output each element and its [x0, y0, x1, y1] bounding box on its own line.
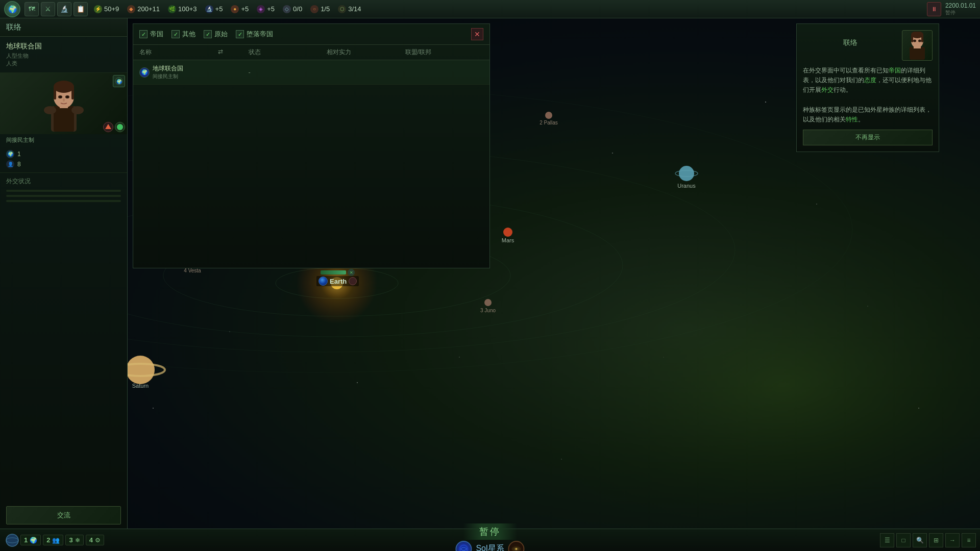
planet-view-icon[interactable]: [4, 532, 20, 548]
queue-item-3[interactable]: 3 ❄: [65, 535, 83, 545]
queue-icon-4: ⚙: [95, 537, 101, 544]
br-icon-2[interactable]: □: [896, 533, 911, 547]
filter-fallen-checkbox[interactable]: ✓: [236, 30, 244, 38]
pop-count-row: 👤 8: [6, 160, 121, 168]
bottom-right-icons: ☰ □ 🔍 ⊞ → ≡: [880, 533, 976, 547]
empire-flag-0: 🌍: [139, 67, 150, 78]
alloys-value: 0/0: [293, 5, 302, 13]
galaxy-map-icon[interactable]: [508, 541, 525, 552]
food-resource: 🌿 100+3: [168, 5, 197, 13]
queue-item-4[interactable]: 4 ⚙: [86, 535, 104, 545]
top-bar: 🌍 🗺 ⚔ 🔬 📋 ⚡ 50+9 ◆ 200+11 🌿 100+3 🔬 +5 ●…: [0, 0, 980, 18]
tech-resource: 🔬 +5: [205, 5, 223, 13]
no-show-button[interactable]: 不再显示: [803, 130, 933, 145]
earth-name-row[interactable]: Earth: [316, 276, 359, 286]
svg-text:2 Pallas: 2 Pallas: [540, 120, 558, 126]
pause-button[interactable]: ⏸: [927, 2, 941, 16]
system-icon-btn[interactable]: [455, 541, 472, 552]
filter-other[interactable]: ✓ 其他: [172, 30, 195, 39]
br-icon-6[interactable]: ≡: [962, 533, 976, 547]
system-info[interactable]: Sol星系: [455, 541, 524, 552]
br-icon-1[interactable]: ☰: [880, 533, 894, 547]
military-icon-btn[interactable]: ⚔: [41, 2, 55, 16]
panel-title: 联络: [0, 18, 127, 37]
br-icon-3[interactable]: 🔍: [913, 533, 927, 547]
tech-icon: 🔬: [205, 5, 213, 13]
empire-row-0[interactable]: 🌍 地球联合国 间接民主制 -: [133, 60, 489, 85]
status-bars: [6, 190, 121, 202]
bottom-bar: 1 🌍 2 👥 3 ❄ 4 ⚙ 暂停 Sol星系: [0, 529, 980, 551]
planet-count: 1: [17, 151, 21, 158]
filter-fallen[interactable]: ✓ 堕落帝国: [236, 30, 273, 39]
earth-planet-icon: [318, 277, 328, 286]
sprawl-value: 3/14: [348, 5, 361, 13]
badge-svg: 🌍: [115, 77, 123, 85]
paused-label: 暂停: [945, 9, 976, 16]
empire-row-status-0: -: [249, 68, 327, 76]
avatar-svg: [904, 32, 930, 60]
date-display: 2200.01.01 暂停: [945, 2, 976, 16]
info-text-block: 在外交界面中可以查看所有已知帝国的详细列表，以及他们对我们的态度，还可以便利地与…: [803, 66, 933, 124]
research-icon-btn[interactable]: 🔬: [57, 2, 71, 16]
close-button[interactable]: ✕: [471, 28, 483, 40]
unity-resource: ● +5: [231, 5, 249, 13]
queue-icon-2: 👥: [52, 537, 60, 544]
window-header: ✓ 帝国 ✓ 其他 ✓ 原始 ✓ 堕落帝国 ✕: [133, 24, 489, 45]
sprawl-resource: ⬡ 3/14: [338, 5, 361, 13]
filter-empire-label: 帝国: [150, 30, 163, 39]
svg-rect-45: [71, 87, 74, 99]
gov-info: 间接民主制: [0, 134, 127, 146]
exchange-button[interactable]: 交流: [6, 506, 121, 524]
col-sort: ⇄: [218, 48, 249, 57]
svg-point-52: [71, 106, 84, 114]
unity-value: +5: [241, 5, 249, 13]
earth-pop-bar: ✕: [321, 269, 355, 276]
map-icon-btn[interactable]: 🗺: [24, 2, 39, 16]
empire-type: 人型生物: [6, 52, 121, 60]
filter-empire-checkbox[interactable]: ✓: [139, 30, 148, 38]
br-icon-5[interactable]: →: [945, 533, 960, 547]
status-bar-2: [6, 195, 121, 197]
table-header: 名称 ⇄ 状态 相对实力 联盟/联邦: [133, 45, 489, 60]
filter-primitive-label: 原始: [214, 30, 228, 39]
leader-portrait[interactable]: 🌍: [0, 73, 127, 134]
filter-primitive[interactable]: ✓ 原始: [204, 30, 228, 39]
empire-button[interactable]: 🌍: [4, 1, 20, 17]
right-info-panel: 联络 在外交界面中可以查看所有已知帝国的详细列表，以及他们对我们的态度，还可以便…: [796, 23, 939, 152]
center-pause-section: 暂停 Sol星系: [455, 523, 524, 552]
left-panel: 联络 地球联合国 人型生物 人类: [0, 18, 128, 529]
date-value: 2200.01.01: [945, 2, 976, 9]
ethic-icon-2: [115, 122, 125, 132]
filter-other-checkbox[interactable]: ✓: [172, 30, 180, 38]
svg-rect-44: [54, 87, 56, 99]
queue-item-2[interactable]: 2 👥: [43, 535, 63, 545]
energy-icon: ⚡: [94, 5, 102, 13]
earth-action-icon[interactable]: [349, 277, 357, 285]
svg-text:4 Vesta: 4 Vesta: [184, 268, 201, 273]
sprawl-icon: ⬡: [338, 5, 346, 13]
pause-section: ⏸ 2200.01.01 暂停: [927, 2, 976, 16]
queue-num-3: 3: [69, 536, 72, 544]
queue-item-1[interactable]: 1 🌍: [20, 535, 41, 545]
empire-row-name-0: 🌍 地球联合国 间接民主制: [139, 64, 218, 80]
svg-text:3 Juno: 3 Juno: [480, 308, 496, 313]
br-icon-4[interactable]: ⊞: [929, 533, 943, 547]
galaxy-icon-svg: [511, 543, 522, 552]
filter-primitive-checkbox[interactable]: ✓: [204, 30, 212, 38]
svg-point-25: [679, 166, 694, 181]
food-icon: 🌿: [168, 5, 176, 13]
queue-icon-1: 🌍: [30, 537, 37, 544]
ethic-svg-2: [116, 123, 124, 131]
influence-icon: ◈: [257, 5, 265, 13]
col-status: 状态: [249, 48, 327, 57]
event-icon-btn[interactable]: 📋: [74, 2, 88, 16]
system-name-label: Sol星系: [476, 543, 504, 551]
planet-stat-icon: 🌍: [6, 150, 14, 158]
svg-point-63: [913, 39, 916, 42]
filter-empire[interactable]: ✓ 帝国: [139, 30, 163, 39]
empire-row-gov-0: 间接民主制: [153, 73, 183, 80]
svg-point-51: [44, 106, 56, 114]
ethics-icons: [103, 122, 125, 132]
leader-svg: [41, 76, 87, 132]
diplomacy-window: ✓ 帝国 ✓ 其他 ✓ 原始 ✓ 堕落帝国 ✕ 名称 ⇄ 状态 相对实力 联盟/…: [133, 23, 490, 268]
